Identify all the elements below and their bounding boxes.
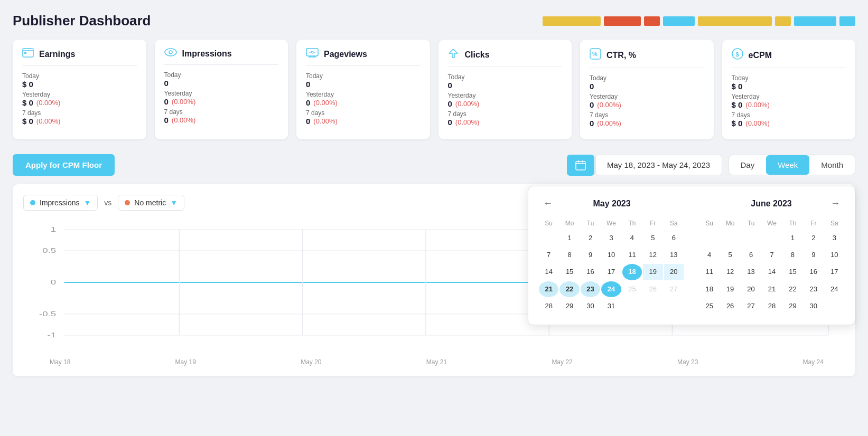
may-day-12[interactable]: 12 [643,247,662,263]
may-day-7[interactable]: 7 [539,247,558,263]
svg-text:-1: -1 [48,331,57,338]
may-day-14[interactable]: 14 [539,264,558,280]
may-day-15[interactable]: 15 [559,264,579,280]
may-day-16[interactable]: 16 [581,264,600,280]
clicks-today-row: Today 0 [448,73,563,90]
june-day-15[interactable]: 15 [783,264,802,280]
may-day-24[interactable]: 24 [601,281,621,297]
may-day-1[interactable]: 1 [559,230,579,246]
may-day-22[interactable]: 22 [559,281,579,297]
clicks-today-label: Today [448,73,563,81]
june-day-18[interactable]: 18 [699,281,719,297]
may-day-19[interactable]: 19 [643,264,662,280]
june-day-11[interactable]: 11 [699,264,719,280]
metric1-selector[interactable]: Impressions ▼ [23,195,98,211]
may-header-mo: Mo [559,217,579,229]
impressions-yesterday-label: Yesterday [164,90,279,97]
ecpm-7days-value: $ 0 [732,119,743,128]
svg-text:0.5: 0.5 [42,247,56,254]
clicks-yesterday-value: 0 [448,99,452,108]
period-month-button[interactable]: Month [809,155,855,175]
may-day-11[interactable]: 11 [622,247,642,263]
june-day-5[interactable]: 5 [720,247,740,263]
june-day-29[interactable]: 29 [783,298,802,314]
ctr-today-value: 0 [590,82,704,91]
june-day-14[interactable]: 14 [762,264,781,280]
may-day-28[interactable]: 28 [539,298,558,314]
calendar-prev-button[interactable]: ← [539,197,557,210]
earnings-7days-row: 7 days $ 0 (0.00%) [22,109,137,126]
june-day-19[interactable]: 19 [720,281,740,297]
may-day-17[interactable]: 17 [601,264,621,280]
color-block-2 [604,16,641,26]
metric2-chevron-icon: ▼ [170,198,178,207]
june-day-12[interactable]: 12 [720,264,740,280]
june-day-7[interactable]: 7 [762,247,781,263]
june-header-mo: Mo [720,217,740,229]
metric2-selector[interactable]: No metric ▼ [118,195,184,211]
june-day-8[interactable]: 8 [783,247,802,263]
ctr-yesterday-label: Yesterday [590,93,704,100]
may-day-6[interactable]: 6 [664,230,684,246]
ecpm-7days-change: (0.00%) [745,119,770,127]
june-day-10[interactable]: 10 [825,247,844,263]
may-day-5[interactable]: 5 [643,230,662,246]
june-day-22[interactable]: 22 [783,281,802,297]
may-day-3[interactable]: 3 [601,230,621,246]
header-color-blocks [543,16,855,26]
may-day-20[interactable]: 20 [664,264,684,280]
calendar-icon-button[interactable] [567,155,594,176]
june-day-24[interactable]: 24 [825,281,844,297]
period-week-button[interactable]: Week [766,155,809,175]
june-day-2[interactable]: 2 [804,230,823,246]
may-day-10[interactable]: 10 [601,247,621,263]
impressions-icon [164,48,177,59]
june-day-25[interactable]: 25 [699,298,719,314]
clicks-yesterday-row: Yesterday 0 (0.00%) [448,92,563,108]
june-day-9[interactable]: 9 [804,247,823,263]
june-day-4[interactable]: 4 [699,247,719,263]
period-day-button[interactable]: Day [729,155,767,175]
pageviews-title: Pageviews [324,50,367,59]
june-day-30[interactable]: 30 [804,298,823,314]
may-day-13[interactable]: 13 [664,247,684,263]
earnings-yesterday-value: $ 0 [22,98,33,107]
june-day-13[interactable]: 13 [741,264,761,280]
june-calendar-nav: June 2023 → [699,197,844,210]
may-day-18[interactable]: 18 [622,264,642,280]
june-day-16[interactable]: 16 [804,264,823,280]
may-day-30[interactable]: 30 [581,298,600,314]
svg-point-3 [165,49,176,56]
ctr-icon: % [590,48,601,62]
june-day-28[interactable]: 28 [762,298,781,314]
june-title: June 2023 [751,199,791,208]
june-day-21[interactable]: 21 [762,281,781,297]
svg-rect-5 [306,49,318,56]
earnings-7days-value: $ 0 [22,117,33,126]
stat-card-clicks: Clicks Today 0 Yesterday 0 (0.00%) 7 day… [438,40,572,139]
june-day-27[interactable]: 27 [741,298,761,314]
may-day-4[interactable]: 4 [622,230,642,246]
calendar-popup: ← May 2023 Su Mo Tu We Th Fr Sa 1 2 3 [528,186,855,325]
may-day-9[interactable]: 9 [581,247,600,263]
june-day-3[interactable]: 3 [825,230,844,246]
may-day-8[interactable]: 8 [559,247,579,263]
impressions-today-row: Today 0 [164,71,279,88]
pageviews-today-row: Today 0 [306,72,421,89]
may-day-31[interactable]: 31 [601,298,621,314]
may-day-27: 27 [664,281,684,297]
june-day-17[interactable]: 17 [825,264,844,280]
may-day-2[interactable]: 2 [581,230,600,246]
apply-cpm-floor-button[interactable]: Apply for CPM Floor [13,154,115,176]
june-day-20[interactable]: 20 [741,281,761,297]
june-day-6[interactable]: 6 [741,247,761,263]
june-day-23[interactable]: 23 [804,281,823,297]
june-day-1[interactable]: 1 [783,230,802,246]
may-day-23[interactable]: 23 [581,281,600,297]
june-day-26[interactable]: 26 [720,298,740,314]
calendar-next-button[interactable]: → [826,197,844,210]
stat-card-impressions: Impressions Today 0 Yesterday 0 (0.00%) … [155,40,288,139]
stat-card-header-ecpm: $ eCPM [732,48,846,68]
may-day-21[interactable]: 21 [539,281,558,297]
may-day-29[interactable]: 29 [559,298,579,314]
